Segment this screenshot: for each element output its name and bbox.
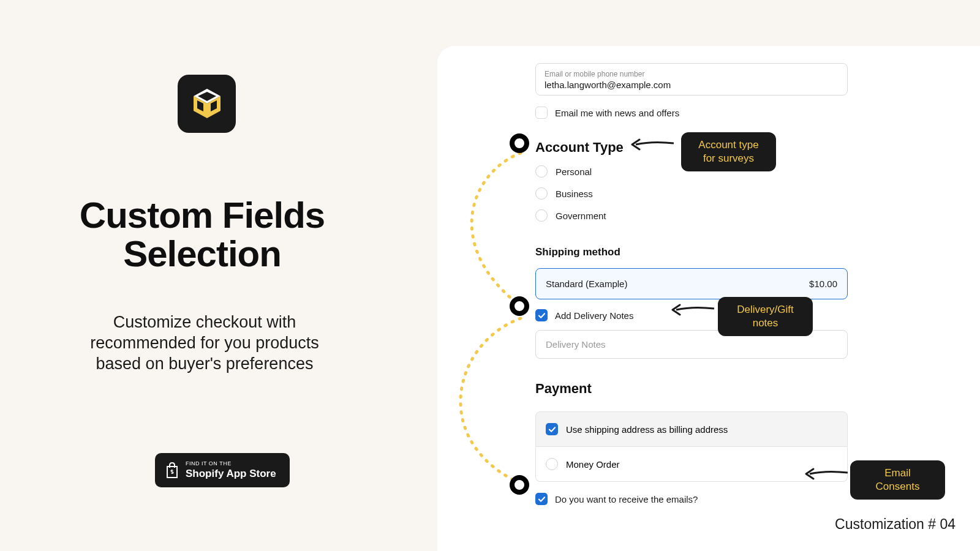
radio-business[interactable]: Business (535, 187, 848, 200)
checkbox-icon (546, 423, 558, 435)
email-consent-label: Do you want to receive the emails? (555, 494, 698, 504)
delivery-notes-label: Add Delivery Notes (555, 310, 633, 321)
email-consent-checkbox[interactable] (535, 493, 548, 505)
contact-label: Email or mobile phone number (545, 70, 839, 78)
payment-head: Payment (535, 381, 848, 397)
footer-tag: Customization # 04 (835, 516, 956, 533)
marker-delivery-notes (510, 296, 529, 316)
payment-use-shipping[interactable]: Use shipping address as billing address (535, 411, 848, 447)
contact-input[interactable]: Email or mobile phone number letha.langw… (535, 63, 848, 96)
radio-government[interactable]: Government (535, 209, 848, 222)
callout-account-type: Account type for surveys (681, 132, 776, 171)
shipping-method-head: Shipping method (535, 246, 848, 258)
shopify-store-badge[interactable]: FIND IT ON THE Shopify App Store (155, 453, 290, 487)
callout-delivery: Delivery/Gift notes (718, 297, 813, 336)
radio-icon (535, 187, 548, 200)
marker-account-type (510, 133, 529, 153)
app-logo (178, 75, 236, 133)
newsletter-checkbox[interactable] (535, 107, 548, 119)
callout-email: Email Consents (850, 460, 945, 500)
store-badge-line1: FIND IT ON THE (186, 460, 276, 467)
payment-money-order[interactable]: Money Order (535, 447, 848, 482)
shipping-name: Standard (Example) (546, 279, 627, 289)
marker-email-consent (510, 475, 529, 495)
shopping-bag-icon (165, 462, 179, 479)
main-title: Custom Fields Selection (49, 196, 355, 273)
contact-value: letha.langworth@example.com (545, 80, 839, 90)
shipping-price: $10.00 (809, 279, 837, 289)
radio-icon (546, 458, 558, 470)
newsletter-label: Email me with news and offers (555, 108, 679, 118)
radio-icon (535, 209, 548, 222)
store-badge-line2: Shopify App Store (186, 468, 276, 480)
delivery-notes-checkbox[interactable] (535, 309, 548, 321)
subtitle: Customize checkout with recommended for … (70, 312, 339, 374)
radio-icon (535, 165, 548, 178)
shipping-option[interactable]: Standard (Example) $10.00 (535, 268, 848, 299)
